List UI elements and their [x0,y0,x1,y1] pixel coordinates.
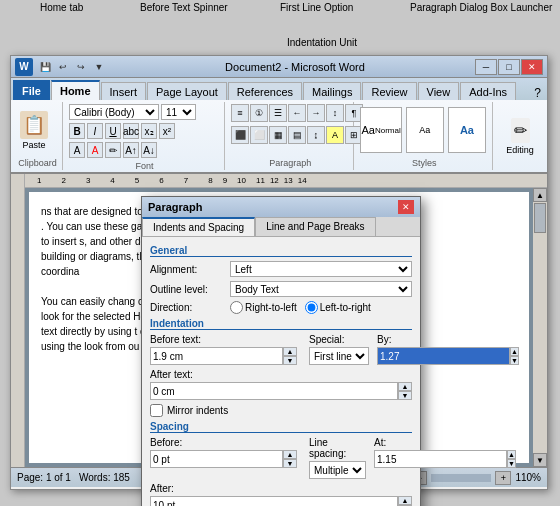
dialog-title: Paragraph [148,201,398,213]
style-heading1[interactable]: Aa [448,107,486,153]
clipboard-label: Clipboard [17,156,58,168]
direction-rtl-radio[interactable]: Right-to-left [230,301,297,314]
tab-review[interactable]: Review [362,82,416,100]
ribbon-group-styles: AaNormal Aa Aa Styles [356,102,493,170]
style-no-spacing[interactable]: Aa [406,107,444,153]
quick-access-toolbar: 💾 ↩ ↪ ▼ [37,59,107,75]
shading-btn[interactable]: A [326,126,344,144]
before-spacing-down[interactable]: ▼ [283,459,297,468]
before-spacing-input[interactable] [150,450,283,468]
font-size-shrink-btn[interactable]: A↓ [141,142,157,158]
font-size-grow-btn[interactable]: A↑ [123,142,139,158]
redo-quick-btn[interactable]: ↪ [73,59,89,75]
align-right-btn[interactable]: ▦ [269,126,287,144]
dialog-close-btn[interactable]: ✕ [398,200,414,214]
strikethrough-btn[interactable]: abc [123,123,139,139]
editing-btn[interactable]: ✏ [511,118,530,143]
zoom-in-btn[interactable]: + [495,471,511,485]
close-btn[interactable]: ✕ [521,59,543,75]
scroll-up-btn[interactable]: ▲ [533,188,547,202]
dropdown-quick-btn[interactable]: ▼ [91,59,107,75]
word-icon: W [15,58,33,76]
bold-btn[interactable]: B [69,123,85,139]
at-input[interactable] [374,450,507,468]
after-text-up-btn[interactable]: ▲ [398,382,412,391]
scroll-thumb[interactable] [534,203,546,233]
save-quick-btn[interactable]: 💾 [37,59,53,75]
outline-select[interactable]: Body Text [230,281,412,297]
ribbon-help-icon[interactable]: ? [534,86,541,100]
zoom-slider[interactable] [431,474,491,482]
annotation-indentation-unit: Indentation Unit [287,37,357,48]
tab-page-layout[interactable]: Page Layout [147,82,227,100]
decrease-indent-btn[interactable]: ← [288,104,306,122]
tab-home[interactable]: Home [51,80,100,100]
scroll-down-btn[interactable]: ▼ [533,453,547,467]
mirror-indents-label: Mirror indents [167,405,228,416]
mirror-indents-checkbox[interactable] [150,404,163,417]
paste-btn[interactable]: 📋 Paste [17,108,51,153]
tab-insert[interactable]: Insert [101,82,147,100]
superscript-btn[interactable]: x² [159,123,175,139]
at-col: At: ▲ ▼ [374,437,424,479]
by-input[interactable] [377,347,510,365]
bullets-btn[interactable]: ≡ [231,104,249,122]
after-spacing-input[interactable] [150,496,398,506]
annotation-paragraph-launcher: Paragraph Dialog Box Launcher [410,2,552,13]
before-text-input[interactable] [150,347,283,365]
style-normal[interactable]: AaNormal [360,107,401,153]
direction-ltr-radio[interactable]: Left-to-right [305,301,371,314]
alignment-select[interactable]: Left [230,261,412,277]
ribbon-group-editing: ✏ Editing [495,102,545,170]
before-spacing-up[interactable]: ▲ [283,450,297,459]
font-size-select[interactable]: 11 [161,104,196,120]
spacing-row: Before: ▲ ▼ Line spacing: Multiple [150,437,412,479]
underline-btn[interactable]: U [105,123,121,139]
at-up[interactable]: ▲ [507,450,516,459]
text-color-btn[interactable]: A [87,142,103,158]
by-spinner-container: ▲ ▼ [377,347,427,365]
increase-indent-btn[interactable]: → [307,104,325,122]
annotation-home-tab: Home tab [40,2,83,13]
special-select[interactable]: First line [309,347,369,365]
after-spacing-up[interactable]: ▲ [398,496,412,505]
before-text-up-btn[interactable]: ▲ [283,347,297,356]
indentation-section-title: Indentation [150,318,412,330]
align-left-btn[interactable]: ⬛ [231,126,249,144]
tab-mailings[interactable]: Mailings [303,82,361,100]
ltr-radio-input[interactable] [305,301,318,314]
before-text-col: Before text: ▲ ▼ [150,334,297,365]
rtl-radio-input[interactable] [230,301,243,314]
word-window: W 💾 ↩ ↪ ▼ Document2 - Microsoft Word ─ □… [10,55,548,490]
numbering-btn[interactable]: ① [250,104,268,122]
dialog-tab-line-page[interactable]: Line and Page Breaks [255,217,375,236]
align-center-btn[interactable]: ⬜ [250,126,268,144]
highlight-btn[interactable]: ✏ [105,142,121,158]
line-spacing-select[interactable]: Multiple [309,461,366,479]
by-down-btn[interactable]: ▼ [510,356,519,365]
minimize-btn[interactable]: ─ [475,59,497,75]
by-up-btn[interactable]: ▲ [510,347,519,356]
dialog-tab-indents[interactable]: Indents and Spacing [142,217,255,236]
tab-references[interactable]: References [228,82,302,100]
scrollbar-vertical[interactable]: ▲ ▼ [533,188,547,467]
font-name-select[interactable]: Calibri (Body) [69,104,159,120]
at-down[interactable]: ▼ [507,459,516,468]
subscript-btn[interactable]: x₂ [141,123,157,139]
justify-btn[interactable]: ▤ [288,126,306,144]
paragraph-dialog: Paragraph ✕ Indents and Spacing Line and… [141,196,421,506]
after-text-input[interactable] [150,382,398,400]
tab-file[interactable]: File [13,80,50,100]
tab-view[interactable]: View [418,82,460,100]
text-effect-btn[interactable]: A [69,142,85,158]
line-spacing-btn[interactable]: ↨ [307,126,325,144]
italic-btn[interactable]: I [87,123,103,139]
multilevel-list-btn[interactable]: ☰ [269,104,287,122]
maximize-btn[interactable]: □ [498,59,520,75]
before-text-down-btn[interactable]: ▼ [283,356,297,365]
tab-addins[interactable]: Add-Ins [460,82,516,100]
after-text-down-btn[interactable]: ▼ [398,391,412,400]
sort-btn[interactable]: ↕ [326,104,344,122]
ribbon-group-paragraph: ≡ ① ☰ ← → ↕ ¶ ⬛ ⬜ ▦ ▤ ↨ A [227,102,354,170]
undo-quick-btn[interactable]: ↩ [55,59,71,75]
